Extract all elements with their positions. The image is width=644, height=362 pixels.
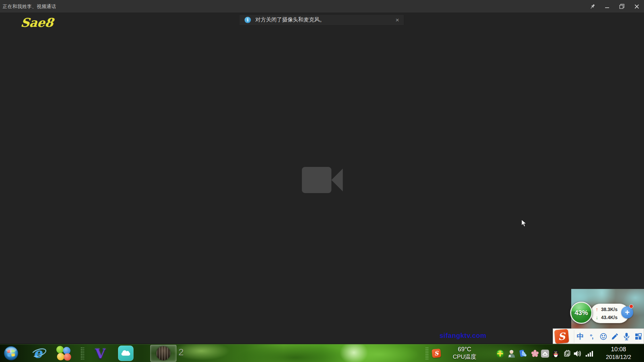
camera-off-icon: [302, 166, 343, 195]
voice-mic-icon[interactable]: [621, 329, 632, 344]
notification-banner: i 对方关闭了摄像头和麦克风。 ×: [239, 14, 404, 25]
notification-text: 对方关闭了摄像头和麦克风。: [255, 16, 395, 23]
titlebar: 正在和我姓李、视频通话: [0, 0, 644, 13]
toolbox-grid-icon[interactable]: [633, 329, 644, 344]
green-circle-icon: [56, 346, 64, 353]
taskbar-cloud-app[interactable]: [118, 346, 133, 361]
taskbar: e V 2 S 69°C CPU温度: [0, 344, 644, 362]
cpu-temp-widget[interactable]: 69°C CPU温度: [442, 345, 487, 361]
taskbar-internet-explorer[interactable]: e: [31, 346, 48, 361]
tray-clock[interactable]: 10:08 2018/12/2: [596, 345, 641, 361]
info-icon: i: [245, 17, 251, 23]
banner-close-icon[interactable]: ×: [395, 17, 399, 23]
sogou-separator: [574, 330, 574, 343]
tray-drag-handle: [425, 347, 429, 360]
upload-arrow-icon: ↑: [596, 306, 601, 312]
download-speed: 43.4K/s: [601, 315, 618, 320]
sogou-input-bar[interactable]: S 中 °,: [553, 328, 644, 344]
pink-flower-icon[interactable]: [531, 349, 539, 358]
network-speed-widget[interactable]: ↑ 38.3K/s ↓ 43.4K/s + 43%: [570, 302, 634, 326]
download-arrow-icon: ↓: [596, 314, 601, 320]
gray-upload-tile-icon[interactable]: [541, 349, 549, 358]
blue-bubbles-icon[interactable]: [519, 349, 527, 358]
cpu-temp-value: 69°C: [442, 345, 487, 353]
notification-dot: [629, 304, 633, 308]
memory-percent-ball[interactable]: 43%: [570, 302, 592, 324]
cloud-icon: [121, 352, 130, 356]
close-button[interactable]: [629, 0, 644, 13]
yellow-circle-icon: [57, 353, 64, 360]
minimize-icon: [605, 4, 609, 9]
red-circle-icon: [64, 353, 71, 361]
pin-button[interactable]: [585, 0, 600, 13]
restore-icon: [619, 4, 625, 9]
sogou-logo-icon[interactable]: S: [554, 329, 569, 344]
taskbar-four-circles-app[interactable]: [56, 346, 71, 361]
video-call-canvas: Sae8 i 对方关闭了摄像头和麦克风。 × sifangktv.com ↑ 3…: [0, 13, 644, 344]
watermark-text: sifangktv.com: [439, 332, 486, 340]
sogou-tray-icon[interactable]: S: [432, 349, 441, 358]
power-plug-icon[interactable]: [563, 349, 572, 358]
video-call-avatar: [156, 346, 170, 360]
taskbar-purple-v-app[interactable]: V: [93, 346, 108, 361]
taskbar-video-call-app[interactable]: [150, 345, 176, 362]
upload-speed: 38.3K/s: [601, 307, 618, 312]
network-signal-icon[interactable]: [585, 349, 594, 358]
handwriting-pen-icon[interactable]: [609, 329, 620, 344]
cpu-temp-label: CPU温度: [442, 353, 487, 361]
window-title: 正在和我姓李、视频通话: [3, 0, 56, 13]
sae8-logo: Sae8: [20, 15, 54, 29]
taskbar-app-badge: 2: [178, 347, 184, 358]
punctuation-toggle-icon[interactable]: °,: [587, 329, 596, 344]
green-plus-orb-icon[interactable]: [496, 349, 504, 358]
taskbar-drag-handle: [80, 347, 85, 360]
doctor-person-icon[interactable]: [507, 349, 516, 358]
emoji-icon[interactable]: [598, 329, 609, 344]
qq-penguin-icon[interactable]: [551, 349, 560, 358]
start-button[interactable]: [3, 346, 19, 361]
minimize-button[interactable]: [600, 0, 614, 13]
maximize-button[interactable]: [614, 0, 629, 13]
speaker-icon[interactable]: [574, 349, 582, 358]
close-icon: [634, 4, 639, 9]
pin-icon: [590, 4, 595, 9]
window-controls: [585, 0, 644, 13]
clock-date: 2018/12/2: [596, 354, 641, 361]
clock-time: 10:08: [596, 345, 641, 354]
memory-percent: 43%: [575, 309, 588, 317]
mouse-cursor: [521, 219, 528, 229]
chinese-english-toggle-icon[interactable]: 中: [575, 329, 585, 344]
